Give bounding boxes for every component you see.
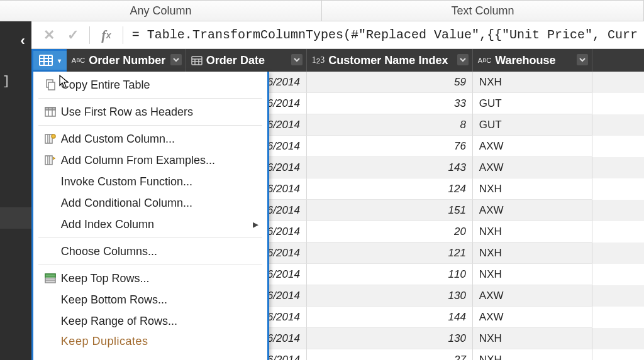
cell-customer-index[interactable]: 76 bbox=[307, 136, 473, 157]
date-type-icon bbox=[191, 55, 203, 65]
menu-separator bbox=[38, 98, 262, 99]
cell-customer-index[interactable]: 130 bbox=[307, 285, 473, 307]
cancel-formula-icon[interactable]: ✕ bbox=[42, 28, 57, 43]
menu-label: Use First Row as Headers bbox=[61, 106, 193, 119]
menu-keep-top-rows[interactable]: Keep Top Rows... bbox=[33, 268, 267, 289]
menu-add-conditional-column[interactable]: Add Conditional Column... bbox=[33, 192, 267, 214]
cell-warehouse[interactable]: NXH bbox=[473, 243, 592, 264]
menu-keep-range-rows[interactable]: Keep Range of Rows... bbox=[33, 310, 267, 332]
svg-rect-16 bbox=[45, 134, 52, 143]
menu-invoke-custom-function[interactable]: Invoke Custom Function... bbox=[33, 171, 267, 192]
submenu-arrow-icon: ▸ bbox=[253, 217, 258, 231]
menu-keep-bottom-rows[interactable]: Keep Bottom Rows... bbox=[33, 289, 267, 310]
cell-warehouse[interactable]: NXH bbox=[473, 264, 592, 285]
text-type-icon: ABC bbox=[478, 57, 491, 64]
keep-rows-icon bbox=[40, 273, 61, 283]
cell-customer-index[interactable]: 8 bbox=[307, 114, 473, 136]
menu-separator bbox=[38, 125, 262, 126]
menu-label: Keep Range of Rows... bbox=[61, 315, 177, 328]
text-type-icon: ABC bbox=[72, 57, 85, 64]
cell-customer-index[interactable]: 110 bbox=[307, 264, 473, 285]
queries-panel: ‹ ] bbox=[0, 21, 31, 360]
table-menu-button[interactable]: ▾ bbox=[31, 49, 67, 72]
menu-add-index-column[interactable]: Add Index Column ▸ bbox=[33, 214, 267, 235]
menu-separator bbox=[38, 237, 262, 238]
selected-query-indicator bbox=[0, 207, 31, 229]
column-filter-dropdown-icon[interactable] bbox=[291, 54, 303, 65]
column-label: Warehouse bbox=[495, 54, 555, 67]
cell-warehouse[interactable]: NXH bbox=[473, 178, 592, 200]
column-examples-icon bbox=[40, 155, 61, 165]
column-header-row: ▾ ABC Order Number Order Date 123 Custo bbox=[31, 49, 644, 72]
cell-customer-index[interactable]: 151 bbox=[307, 200, 473, 221]
column-label: Order Date bbox=[206, 54, 265, 67]
separator bbox=[123, 26, 123, 44]
svg-rect-13 bbox=[45, 107, 55, 110]
table-context-menu: Copy Entire Table Use First Row as Heade… bbox=[31, 72, 269, 360]
column-header-warehouse[interactable]: ABC Warehouse bbox=[473, 49, 592, 72]
ribbon-section-tabs: Any Column Text Column bbox=[0, 0, 644, 21]
number-type-icon: 123 bbox=[312, 55, 325, 65]
svg-rect-24 bbox=[45, 274, 55, 277]
column-header-order-date[interactable]: Order Date bbox=[186, 49, 307, 72]
fx-icon[interactable]: fx bbox=[99, 28, 114, 43]
column-filter-dropdown-icon[interactable] bbox=[170, 54, 182, 65]
menu-label: Add Column From Examples... bbox=[61, 154, 215, 167]
cell-warehouse[interactable]: NXH bbox=[473, 72, 592, 93]
cell-warehouse[interactable]: AXW bbox=[473, 136, 592, 157]
svg-rect-0 bbox=[40, 55, 52, 65]
column-filter-dropdown-icon[interactable] bbox=[457, 54, 469, 65]
menu-add-custom-column[interactable]: Add Custom Column... bbox=[33, 128, 267, 150]
menu-label: Keep Duplicates bbox=[61, 335, 148, 348]
menu-copy-entire-table[interactable]: Copy Entire Table bbox=[33, 74, 267, 95]
copy-icon bbox=[40, 79, 61, 90]
cell-warehouse[interactable]: AXW bbox=[473, 200, 592, 221]
menu-label: Add Index Column bbox=[61, 218, 154, 231]
svg-point-19 bbox=[52, 134, 55, 138]
column-filter-dropdown-icon[interactable] bbox=[577, 54, 588, 65]
formula-bar: ✕ ✓ fx = Table.TransformColumnTypes(#"Re… bbox=[31, 21, 644, 49]
column-header-order-number[interactable]: ABC Order Number bbox=[67, 49, 186, 72]
cell-warehouse[interactable]: AXW bbox=[473, 157, 592, 178]
cell-warehouse[interactable]: AXW bbox=[473, 307, 592, 328]
add-column-icon bbox=[40, 134, 61, 144]
cell-customer-index[interactable]: 144 bbox=[307, 307, 473, 328]
svg-rect-5 bbox=[192, 57, 202, 65]
collapse-panel-chevron-icon[interactable]: ‹ bbox=[21, 33, 25, 49]
column-label: Order Number bbox=[89, 54, 165, 67]
ribbon-tab-any-column[interactable]: Any Column bbox=[0, 1, 322, 21]
cell-warehouse[interactable]: GUT bbox=[473, 93, 592, 114]
cell-customer-index[interactable]: 27 bbox=[307, 349, 473, 360]
cell-warehouse[interactable]: GUT bbox=[473, 114, 592, 136]
accept-formula-icon[interactable]: ✓ bbox=[65, 28, 80, 43]
column-header-customer-index[interactable]: 123 Customer Name Index bbox=[307, 49, 473, 72]
menu-separator bbox=[38, 265, 262, 265]
menu-first-row-headers[interactable]: Use First Row as Headers bbox=[33, 101, 267, 123]
table-icon bbox=[39, 55, 53, 66]
query-item-placeholder[interactable]: ] bbox=[3, 74, 10, 89]
cell-warehouse[interactable]: NXH bbox=[473, 328, 592, 349]
cell-warehouse[interactable]: AXW bbox=[473, 285, 592, 307]
cell-customer-index[interactable]: 124 bbox=[307, 178, 473, 200]
data-grid: ▾ ABC Order Number Order Date 123 Custo bbox=[31, 49, 644, 360]
cell-customer-index[interactable]: 33 bbox=[307, 93, 473, 114]
table-header-icon bbox=[40, 107, 61, 117]
menu-label: Keep Bottom Rows... bbox=[61, 293, 167, 307]
cell-customer-index[interactable]: 59 bbox=[307, 72, 473, 93]
cell-customer-index[interactable]: 121 bbox=[307, 243, 473, 264]
menu-label: Add Conditional Column... bbox=[61, 197, 192, 210]
cell-warehouse[interactable]: NXH bbox=[473, 349, 592, 360]
menu-keep-duplicates-partial[interactable]: Keep Duplicates bbox=[33, 332, 267, 348]
cell-customer-index[interactable]: 143 bbox=[307, 157, 473, 178]
menu-label: Choose Columns... bbox=[61, 245, 157, 258]
separator bbox=[89, 26, 90, 44]
cell-warehouse[interactable]: NXH bbox=[473, 221, 592, 243]
ribbon-tab-text-column[interactable]: Text Column bbox=[322, 1, 644, 21]
column-label: Customer Name Index bbox=[328, 54, 448, 67]
formula-text[interactable]: = Table.TransformColumnTypes(#"Replaced … bbox=[132, 28, 638, 42]
cell-customer-index[interactable]: 130 bbox=[307, 328, 473, 349]
menu-choose-columns[interactable]: Choose Columns... bbox=[33, 241, 267, 262]
menu-add-column-from-examples[interactable]: Add Column From Examples... bbox=[33, 150, 267, 171]
menu-label: Invoke Custom Function... bbox=[61, 175, 192, 188]
cell-customer-index[interactable]: 20 bbox=[307, 221, 473, 243]
